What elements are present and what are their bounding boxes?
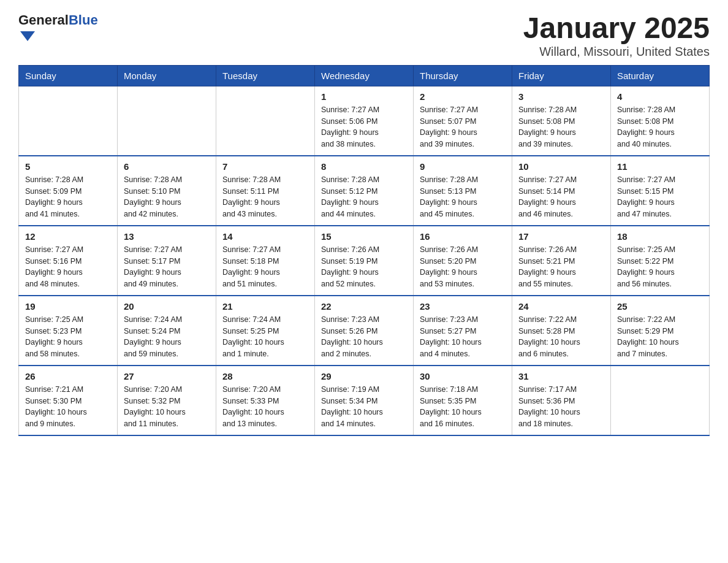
calendar-cell: 9Sunrise: 7:28 AMSunset: 5:13 PMDaylight… [414, 156, 512, 226]
day-info: Sunrise: 7:27 AMSunset: 5:14 PMDaylight:… [518, 174, 604, 220]
page-title: January 2025 [523, 12, 710, 45]
calendar-week-row: 1Sunrise: 7:27 AMSunset: 5:06 PMDaylight… [19, 86, 710, 156]
calendar-cell: 16Sunrise: 7:26 AMSunset: 5:20 PMDayligh… [414, 226, 512, 296]
logo-text: GeneralBlue [18, 12, 98, 41]
day-info: Sunrise: 7:24 AMSunset: 5:24 PMDaylight:… [124, 314, 210, 360]
day-number: 2 [420, 91, 506, 102]
day-info: Sunrise: 7:27 AMSunset: 5:07 PMDaylight:… [420, 104, 506, 150]
calendar-cell: 12Sunrise: 7:27 AMSunset: 5:16 PMDayligh… [19, 226, 118, 296]
day-info: Sunrise: 7:25 AMSunset: 5:23 PMDaylight:… [25, 314, 111, 360]
calendar-week-row: 12Sunrise: 7:27 AMSunset: 5:16 PMDayligh… [19, 226, 710, 296]
calendar-day-header: Saturday [611, 65, 710, 86]
day-info: Sunrise: 7:27 AMSunset: 5:17 PMDaylight:… [124, 244, 210, 290]
day-number: 16 [420, 231, 506, 242]
day-info: Sunrise: 7:21 AMSunset: 5:30 PMDaylight:… [25, 384, 111, 430]
day-number: 22 [321, 301, 407, 312]
day-info: Sunrise: 7:20 AMSunset: 5:33 PMDaylight:… [222, 384, 308, 430]
day-number: 14 [222, 231, 308, 242]
calendar-day-header: Sunday [19, 65, 118, 86]
logo-triangle-icon [20, 31, 35, 41]
calendar-day-header: Thursday [414, 65, 512, 86]
day-number: 6 [124, 161, 210, 172]
calendar-cell: 19Sunrise: 7:25 AMSunset: 5:23 PMDayligh… [19, 296, 118, 366]
calendar-cell [118, 86, 216, 156]
calendar-day-header: Friday [512, 65, 611, 86]
calendar-week-row: 19Sunrise: 7:25 AMSunset: 5:23 PMDayligh… [19, 296, 710, 366]
day-info: Sunrise: 7:27 AMSunset: 5:06 PMDaylight:… [321, 104, 407, 150]
day-number: 12 [25, 231, 111, 242]
calendar-cell: 3Sunrise: 7:28 AMSunset: 5:08 PMDaylight… [512, 86, 611, 156]
day-info: Sunrise: 7:24 AMSunset: 5:25 PMDaylight:… [222, 314, 308, 360]
day-info: Sunrise: 7:22 AMSunset: 5:28 PMDaylight:… [518, 314, 604, 360]
day-info: Sunrise: 7:26 AMSunset: 5:19 PMDaylight:… [321, 244, 407, 290]
calendar-cell: 23Sunrise: 7:23 AMSunset: 5:27 PMDayligh… [414, 296, 512, 366]
day-info: Sunrise: 7:26 AMSunset: 5:20 PMDaylight:… [420, 244, 506, 290]
day-info: Sunrise: 7:28 AMSunset: 5:10 PMDaylight:… [124, 174, 210, 220]
day-info: Sunrise: 7:28 AMSunset: 5:08 PMDaylight:… [617, 104, 703, 150]
calendar-cell: 6Sunrise: 7:28 AMSunset: 5:10 PMDaylight… [118, 156, 216, 226]
calendar-cell [216, 86, 315, 156]
logo: GeneralBlue [18, 12, 98, 41]
calendar-cell: 22Sunrise: 7:23 AMSunset: 5:26 PMDayligh… [315, 296, 414, 366]
logo-general: General [18, 12, 69, 28]
calendar-header: SundayMondayTuesdayWednesdayThursdayFrid… [19, 65, 710, 86]
calendar-table: SundayMondayTuesdayWednesdayThursdayFrid… [18, 65, 710, 436]
day-number: 17 [518, 231, 604, 242]
calendar-cell: 24Sunrise: 7:22 AMSunset: 5:28 PMDayligh… [512, 296, 611, 366]
day-info: Sunrise: 7:23 AMSunset: 5:27 PMDaylight:… [420, 314, 506, 360]
day-number: 4 [617, 91, 703, 102]
day-number: 1 [321, 91, 407, 102]
calendar-cell: 14Sunrise: 7:27 AMSunset: 5:18 PMDayligh… [216, 226, 315, 296]
day-number: 7 [222, 161, 308, 172]
day-number: 5 [25, 161, 111, 172]
calendar-cell [611, 366, 710, 435]
day-number: 21 [222, 301, 308, 312]
calendar-cell: 25Sunrise: 7:22 AMSunset: 5:29 PMDayligh… [611, 296, 710, 366]
calendar-cell: 13Sunrise: 7:27 AMSunset: 5:17 PMDayligh… [118, 226, 216, 296]
calendar-cell [19, 86, 118, 156]
logo-blue: Blue [69, 12, 98, 28]
day-info: Sunrise: 7:28 AMSunset: 5:12 PMDaylight:… [321, 174, 407, 220]
day-info: Sunrise: 7:27 AMSunset: 5:18 PMDaylight:… [222, 244, 308, 290]
day-number: 19 [25, 301, 111, 312]
calendar-cell: 18Sunrise: 7:25 AMSunset: 5:22 PMDayligh… [611, 226, 710, 296]
day-number: 20 [124, 301, 210, 312]
day-number: 15 [321, 231, 407, 242]
title-block: January 2025 Willard, Missouri, United S… [523, 12, 710, 59]
day-number: 9 [420, 161, 506, 172]
day-number: 28 [222, 371, 308, 381]
calendar-cell: 21Sunrise: 7:24 AMSunset: 5:25 PMDayligh… [216, 296, 315, 366]
day-number: 13 [124, 231, 210, 242]
day-number: 18 [617, 231, 703, 242]
day-info: Sunrise: 7:18 AMSunset: 5:35 PMDaylight:… [420, 384, 506, 430]
calendar-cell: 30Sunrise: 7:18 AMSunset: 5:35 PMDayligh… [414, 366, 512, 435]
day-info: Sunrise: 7:28 AMSunset: 5:09 PMDaylight:… [25, 174, 111, 220]
calendar-week-row: 26Sunrise: 7:21 AMSunset: 5:30 PMDayligh… [19, 366, 710, 435]
day-number: 11 [617, 161, 703, 172]
day-number: 23 [420, 301, 506, 312]
day-info: Sunrise: 7:27 AMSunset: 5:15 PMDaylight:… [617, 174, 703, 220]
day-info: Sunrise: 7:22 AMSunset: 5:29 PMDaylight:… [617, 314, 703, 360]
calendar-header-row: SundayMondayTuesdayWednesdayThursdayFrid… [19, 65, 710, 86]
day-number: 30 [420, 371, 506, 381]
calendar-cell: 1Sunrise: 7:27 AMSunset: 5:06 PMDaylight… [315, 86, 414, 156]
calendar-cell: 11Sunrise: 7:27 AMSunset: 5:15 PMDayligh… [611, 156, 710, 226]
calendar-day-header: Tuesday [216, 65, 315, 86]
page-header: GeneralBlue January 2025 Willard, Missou… [18, 12, 710, 59]
day-number: 26 [25, 371, 111, 381]
day-number: 24 [518, 301, 604, 312]
calendar-cell: 27Sunrise: 7:20 AMSunset: 5:32 PMDayligh… [118, 366, 216, 435]
day-number: 29 [321, 371, 407, 381]
day-info: Sunrise: 7:28 AMSunset: 5:13 PMDaylight:… [420, 174, 506, 220]
day-number: 10 [518, 161, 604, 172]
day-info: Sunrise: 7:27 AMSunset: 5:16 PMDaylight:… [25, 244, 111, 290]
calendar-cell: 28Sunrise: 7:20 AMSunset: 5:33 PMDayligh… [216, 366, 315, 435]
day-info: Sunrise: 7:26 AMSunset: 5:21 PMDaylight:… [518, 244, 604, 290]
calendar-day-header: Monday [118, 65, 216, 86]
day-info: Sunrise: 7:28 AMSunset: 5:11 PMDaylight:… [222, 174, 308, 220]
calendar-cell: 8Sunrise: 7:28 AMSunset: 5:12 PMDaylight… [315, 156, 414, 226]
calendar-day-header: Wednesday [315, 65, 414, 86]
calendar-week-row: 5Sunrise: 7:28 AMSunset: 5:09 PMDaylight… [19, 156, 710, 226]
calendar-cell: 2Sunrise: 7:27 AMSunset: 5:07 PMDaylight… [414, 86, 512, 156]
day-info: Sunrise: 7:25 AMSunset: 5:22 PMDaylight:… [617, 244, 703, 290]
